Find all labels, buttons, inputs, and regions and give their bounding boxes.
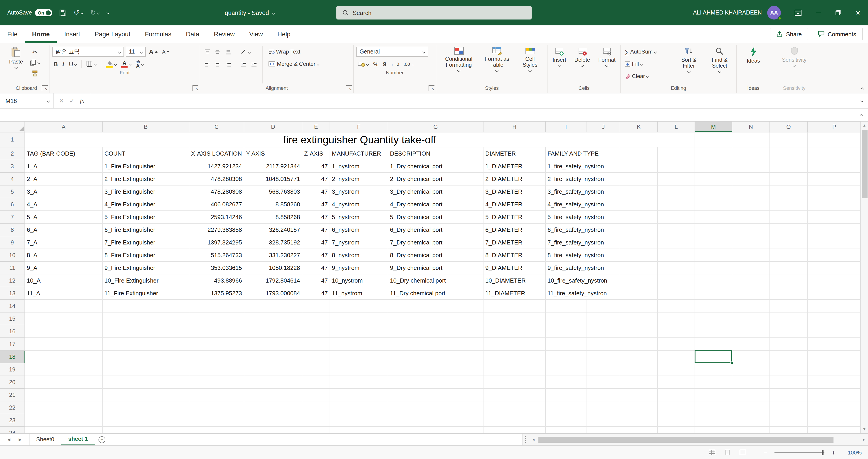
cell-E2[interactable]: Z-AXIS: [302, 147, 330, 160]
cell-G15[interactable]: [388, 313, 484, 325]
cell-I12[interactable]: 10_fire_safety_nystron: [546, 274, 620, 287]
cell-M16[interactable]: [695, 325, 732, 338]
cell-L10[interactable]: [658, 249, 695, 262]
cell-E21[interactable]: [302, 389, 330, 401]
cell-I8[interactable]: 6_fire_safety_nystron: [546, 224, 620, 236]
cell-E10[interactable]: 47: [302, 249, 330, 262]
cell-J18[interactable]: [587, 351, 620, 363]
cell-M3[interactable]: [695, 160, 732, 173]
cell-G16[interactable]: [388, 325, 484, 338]
cell-P12[interactable]: [808, 274, 861, 287]
cell-F3[interactable]: 1_nystrom: [330, 160, 388, 173]
cell-A10[interactable]: 8_A: [25, 249, 102, 262]
cell-G3[interactable]: 1_Dry chemical port: [388, 160, 484, 173]
cell-O5[interactable]: [770, 186, 808, 198]
cell-P15[interactable]: [808, 313, 861, 325]
column-header-H[interactable]: H: [484, 122, 546, 132]
cell-L9[interactable]: [658, 236, 695, 249]
cell-J17[interactable]: [587, 338, 620, 351]
cell-M5[interactable]: [695, 186, 732, 198]
cell-J16[interactable]: [587, 325, 620, 338]
cell-D3[interactable]: 2117.921344: [244, 160, 302, 173]
cell-N9[interactable]: [732, 236, 770, 249]
cell-P24[interactable]: [808, 427, 861, 433]
cell-N16[interactable]: [732, 325, 770, 338]
cell-N4[interactable]: [732, 173, 770, 186]
cell-L18[interactable]: [658, 351, 695, 363]
redo-button[interactable]: ↻: [90, 9, 100, 17]
middle-align-button[interactable]: [213, 47, 222, 57]
cell-I19[interactable]: [546, 363, 587, 376]
cell-E8[interactable]: 47: [302, 224, 330, 236]
cell-A19[interactable]: [25, 363, 102, 376]
cell-D21[interactable]: [244, 389, 302, 401]
cell-H9[interactable]: 7_DIAMETER: [484, 236, 546, 249]
vertical-scroll-thumb[interactable]: [861, 130, 867, 198]
cell-O12[interactable]: [770, 274, 808, 287]
cell-E6[interactable]: 47: [302, 198, 330, 211]
cell-M4[interactable]: [695, 173, 732, 186]
cell-G19[interactable]: [388, 363, 484, 376]
cell-J21[interactable]: [587, 389, 620, 401]
cell-G17[interactable]: [388, 338, 484, 351]
cell-K19[interactable]: [620, 363, 658, 376]
italic-button[interactable]: I: [61, 59, 66, 69]
cell-L3[interactable]: [658, 160, 695, 173]
cell-G4[interactable]: 2_Dry chemical port: [388, 173, 484, 186]
cell-F22[interactable]: [330, 401, 388, 414]
cell-L5[interactable]: [658, 186, 695, 198]
cell-B10[interactable]: 8_Fire Extinguisher: [102, 249, 189, 262]
zoom-out-button[interactable]: −: [761, 449, 770, 456]
cell-H8[interactable]: 6_DIAMETER: [484, 224, 546, 236]
cell-B21[interactable]: [102, 389, 189, 401]
cell-H5[interactable]: 3_DIAMETER: [484, 186, 546, 198]
bold-button[interactable]: B: [52, 59, 59, 69]
cell-L13[interactable]: [658, 287, 695, 300]
cell-F11[interactable]: 9_nystrom: [330, 262, 388, 274]
cell-N18[interactable]: [732, 351, 770, 363]
cell-G24[interactable]: [388, 427, 484, 433]
cell-D16[interactable]: [244, 325, 302, 338]
cell-A6[interactable]: 4_A: [25, 198, 102, 211]
decrease-decimal-button[interactable]: .00→: [402, 59, 416, 69]
page-break-preview-button[interactable]: [737, 447, 748, 458]
cell-D14[interactable]: [244, 300, 302, 313]
cell-L17[interactable]: [658, 338, 695, 351]
cell-D18[interactable]: [244, 351, 302, 363]
cell-M18[interactable]: [695, 351, 732, 363]
cell-D2[interactable]: Y-AXIS: [244, 147, 302, 160]
document-title-menu[interactable]: quantity - Saved: [225, 0, 274, 25]
row-header-6[interactable]: 6: [0, 198, 25, 211]
cell-C11[interactable]: 353.033615: [189, 262, 244, 274]
borders-button[interactable]: [85, 59, 98, 69]
cell-K17[interactable]: [620, 338, 658, 351]
font-dialog-launcher[interactable]: ↘: [192, 85, 198, 91]
column-header-B[interactable]: B: [102, 122, 189, 132]
row-header-4[interactable]: 4: [0, 173, 25, 186]
cell-N8[interactable]: [732, 224, 770, 236]
cell-D13[interactable]: 1793.000084: [244, 287, 302, 300]
ribbon-tab-help[interactable]: Help: [270, 25, 298, 43]
cell-N12[interactable]: [732, 274, 770, 287]
cell-P11[interactable]: [808, 262, 861, 274]
cell-L2[interactable]: [658, 147, 695, 160]
cell-A15[interactable]: [25, 313, 102, 325]
cell-B9[interactable]: 7_Fire Extinguisher: [102, 236, 189, 249]
row-header-2[interactable]: 2: [0, 147, 25, 160]
column-header-M[interactable]: M: [695, 122, 732, 132]
cell-J20[interactable]: [587, 376, 620, 389]
cell-A23[interactable]: [25, 414, 102, 427]
cell-D17[interactable]: [244, 338, 302, 351]
ribbon-tab-file[interactable]: File: [0, 25, 25, 43]
zoom-level[interactable]: 100%: [843, 449, 862, 456]
column-header-J[interactable]: J: [587, 122, 620, 132]
customize-quick-access-button[interactable]: [107, 11, 109, 14]
cell-C15[interactable]: [189, 313, 244, 325]
cell-O7[interactable]: [770, 211, 808, 224]
cell-K15[interactable]: [620, 313, 658, 325]
cell-G2[interactable]: DESCRIPTION: [388, 147, 484, 160]
user-name[interactable]: ALI AHMED KHAIRADEEN: [693, 9, 762, 16]
cell-A4[interactable]: 2_A: [25, 173, 102, 186]
cell-E24[interactable]: [302, 427, 330, 433]
cell-P6[interactable]: [808, 198, 861, 211]
